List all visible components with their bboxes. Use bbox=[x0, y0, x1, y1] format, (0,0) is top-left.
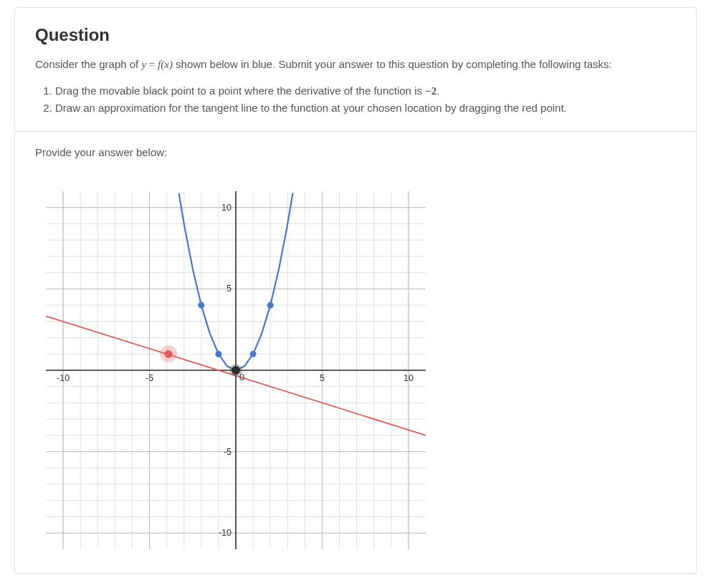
question-card: Question Consider the graph of y = f(x) … bbox=[14, 7, 697, 574]
curve-marker bbox=[215, 351, 221, 357]
question-header-section: Question Consider the graph of y = f(x) … bbox=[15, 8, 696, 131]
prompt-post: shown below in blue. Submit your answer … bbox=[173, 58, 612, 70]
x-tick-label: -5 bbox=[145, 373, 153, 383]
provide-section: Provide your answer below: bbox=[15, 131, 696, 173]
y-tick-label: 10 bbox=[221, 203, 232, 213]
graph-canvas[interactable]: -10-50510-10-5510 bbox=[35, 180, 436, 560]
red-draggable-point[interactable] bbox=[165, 350, 173, 358]
provide-label: Provide your answer below: bbox=[35, 145, 676, 161]
black-draggable-point[interactable] bbox=[232, 366, 240, 375]
y-tick-label: -10 bbox=[219, 528, 232, 538]
y-tick-label: -5 bbox=[224, 447, 232, 457]
prompt-text: Consider the graph of y = f(x) shown bel… bbox=[35, 57, 676, 73]
plot-section: -10-50510-10-5510 bbox=[15, 172, 696, 573]
task-1: Drag the movable black point to a point … bbox=[55, 83, 676, 100]
curve-marker bbox=[198, 302, 204, 309]
x-tick-label: 10 bbox=[404, 373, 414, 383]
x-tick-label: 5 bbox=[320, 373, 325, 383]
task-list: Drag the movable black point to a point … bbox=[45, 83, 676, 117]
question-heading: Question bbox=[35, 22, 676, 48]
prompt-pre: Consider the graph of bbox=[35, 58, 141, 70]
eq-x: (x) bbox=[161, 59, 173, 70]
task-2: Draw an approximation for the tangent li… bbox=[55, 100, 676, 117]
curve-marker bbox=[250, 351, 257, 357]
task1-val: −2 bbox=[425, 85, 436, 97]
x-tick-label: -10 bbox=[57, 373, 70, 383]
task1-pre: Drag the movable black point to a point … bbox=[55, 85, 425, 97]
task1-post: . bbox=[436, 85, 439, 97]
y-tick-label: 5 bbox=[226, 284, 232, 294]
curve-marker bbox=[267, 302, 274, 309]
eq-eq: = bbox=[146, 59, 158, 70]
